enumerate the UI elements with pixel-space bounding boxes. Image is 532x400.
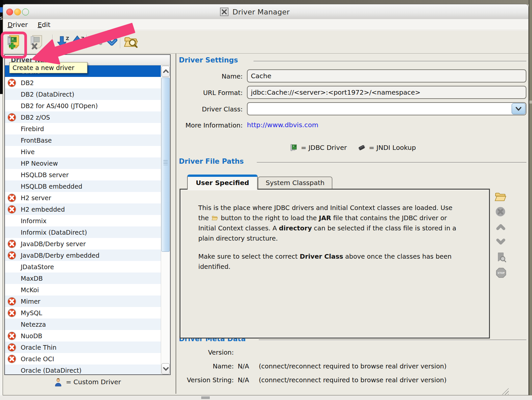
move-up-icon — [495, 221, 507, 233]
driver-list-item[interactable]: Oracle OCI — [5, 353, 161, 365]
menu-bar: Driver Edit — [3, 19, 528, 30]
driver-class-dropdown-button[interactable] — [512, 103, 525, 114]
remove-icon — [495, 206, 506, 217]
driver-error-icon — [7, 205, 17, 214]
driver-error-icon — [7, 354, 17, 364]
window-title: Driver Manager — [232, 8, 290, 16]
driver-error-icon — [7, 251, 17, 260]
driver-icon-slot — [7, 285, 17, 294]
driver-icon-slot — [7, 182, 17, 191]
driver-list-item[interactable]: Mimer — [5, 295, 161, 307]
driver-list-item[interactable]: DB2 (DataDirect) — [5, 88, 161, 100]
svg-text:STOP: STOP — [497, 271, 504, 274]
driver-list-rows: CacheDB2DB2 (DataDirect)DB2 for AS/400 (… — [5, 65, 161, 374]
folder-open-icon — [211, 214, 219, 221]
driver-icon-slot — [7, 136, 17, 145]
custom-driver-person-icon — [54, 378, 62, 387]
driver-list-item[interactable]: HSQLDB server — [5, 169, 161, 180]
remove-driver-button[interactable] — [29, 34, 44, 49]
driver-list-item[interactable]: Hive — [5, 146, 161, 157]
driver-name-label: JDataStore — [21, 263, 54, 271]
driver-list-item[interactable]: MySQL — [5, 307, 161, 318]
driver-name-label: Oracle OCI — [21, 355, 54, 363]
tab-system-classpath[interactable]: System Classpath — [258, 176, 332, 190]
open-file-button[interactable] — [494, 190, 507, 203]
driver-name-label: DB2 z/OS — [21, 114, 50, 121]
driver-name-label: HSQLDB server — [21, 171, 69, 178]
folder-open-icon — [494, 190, 507, 203]
menu-driver[interactable]: Driver — [6, 21, 30, 29]
remove-path-button-disabled — [495, 206, 507, 219]
scroll-thumb[interactable] — [161, 78, 170, 252]
driver-list: Driver Name CacheDB2DB2 (DataDirect)DB2 … — [4, 54, 171, 375]
move-down-icon — [104, 34, 119, 49]
driver-list-item[interactable]: NuoDB — [5, 330, 161, 341]
driver-list-item[interactable]: DB2 for AS/400 (JTOpen) — [5, 100, 161, 111]
driver-list-item[interactable]: DB2 z/OS — [5, 111, 161, 123]
annotation-highlight-box — [1, 32, 27, 59]
find-class-icon — [495, 251, 507, 263]
driver-list-item[interactable]: JavaDB/Derby server — [5, 238, 161, 249]
background-scroll-notch — [529, 101, 532, 104]
url-format-label: URL Format: — [160, 89, 243, 97]
driver-list-item[interactable]: JDataStore — [5, 261, 161, 272]
x11-app-icon — [220, 8, 229, 16]
file-paths-help-text: This is the place where JDBC drivers and… — [198, 203, 465, 244]
find-driver-files-button[interactable] — [123, 34, 138, 49]
resize-grip[interactable] — [500, 386, 509, 395]
driver-file-paths-header: Driver File Paths — [179, 157, 244, 165]
driver-list-item[interactable]: McKoi — [5, 284, 161, 295]
driver-file-paths-rule — [257, 162, 526, 163]
driver-name-label: HP Neoview — [21, 160, 58, 167]
title-bar[interactable]: Driver Manager — [3, 4, 528, 19]
driver-error-icon — [7, 113, 17, 122]
file-paths-help-text-2: Make sure to select the correct Driver C… — [198, 251, 465, 272]
driver-error-icon — [7, 331, 17, 341]
jdbc-driver-icon — [289, 143, 298, 152]
driver-name-label: Netezza — [21, 321, 46, 328]
driver-list-item[interactable]: Oracle Thin — [5, 341, 161, 353]
driver-list-item[interactable]: HP Neoview — [5, 157, 161, 169]
user-specified-panel: This is the place where JDBC drivers and… — [180, 189, 490, 339]
driver-name-label: JavaDB/Derby server — [21, 240, 86, 247]
menu-edit[interactable]: Edit — [36, 21, 53, 29]
close-window-button[interactable] — [6, 9, 13, 15]
zoom-window-button[interactable] — [22, 9, 29, 15]
driver-list-item[interactable]: Informix — [5, 215, 161, 226]
version-label: Version: — [160, 349, 234, 356]
move-up-button[interactable] — [89, 34, 104, 49]
driver-class-field[interactable] — [247, 102, 526, 115]
driver-settings-rule — [254, 61, 526, 61]
driver-list-item[interactable]: Netezza — [5, 318, 161, 330]
driver-list-item[interactable]: HSQLDB embedded — [5, 180, 161, 192]
driver-name-label: H2 embedded — [21, 206, 65, 213]
svg-text:Z: Z — [66, 36, 69, 41]
toolbar: Z Z A — [3, 30, 528, 54]
sort-ascending-button[interactable]: Z A — [70, 34, 85, 49]
driver-list-item[interactable]: MaxDB — [5, 272, 161, 284]
driver-list-item[interactable]: JavaDB/Derby embedded — [5, 249, 161, 261]
url-format-field[interactable] — [247, 86, 526, 99]
sort-descending-button[interactable]: Z — [55, 34, 70, 49]
driver-list-item[interactable]: FrontBase — [5, 134, 161, 146]
driver-list-item[interactable]: DB2 — [5, 77, 161, 88]
jndi-lookup-icon — [357, 143, 366, 152]
panel-divider[interactable] — [176, 54, 176, 394]
driver-list-item[interactable]: Firebird — [5, 123, 161, 134]
driver-name-label: H2 server — [21, 194, 51, 201]
dbvis-link[interactable]: http://www.dbvis.com — [247, 121, 318, 129]
driver-name-label: Mimer — [21, 298, 40, 305]
driver-class-label: Driver Class: — [160, 106, 243, 113]
move-path-down-button-disabled — [495, 236, 507, 248]
minimize-window-button[interactable] — [14, 9, 21, 15]
move-down-button[interactable] — [104, 34, 119, 49]
driver-list-item[interactable]: H2 server — [5, 192, 161, 203]
driver-list-item[interactable]: H2 embedded — [5, 203, 161, 215]
driver-list-item[interactable]: Oracle (DataDirect) — [5, 365, 161, 374]
driver-name-label: Hive — [21, 148, 35, 155]
tab-user-specified[interactable]: User Specified — [187, 175, 258, 190]
name-field[interactable] — [247, 69, 526, 82]
scroll-thumb-grip — [163, 160, 168, 165]
driver-list-item[interactable]: Informix (DataDirect) — [5, 226, 161, 238]
version-string-value: N/A — [238, 376, 249, 384]
